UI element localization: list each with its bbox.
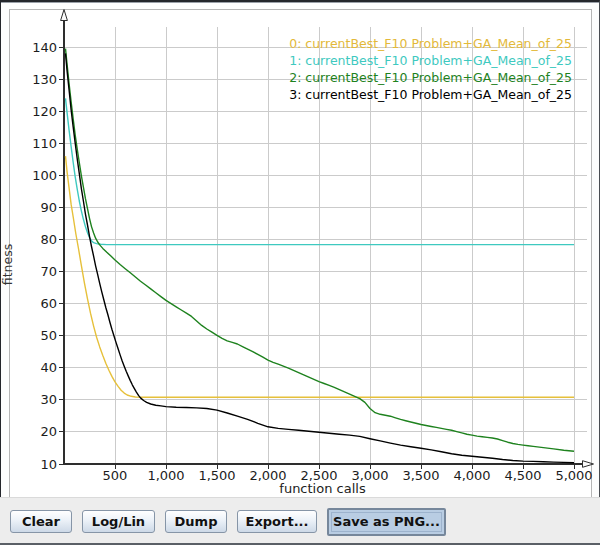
button-bar: ClearLog/LinDumpExport...Save as PNG... [0, 497, 600, 545]
chart-legend: 0: currentBest_F10 Problem+GA_Mean_of_25… [289, 35, 572, 103]
y-axis-label: fitness [0, 235, 15, 295]
x-axis-label: function calls [1, 481, 600, 496]
dump-button[interactable]: Dump [165, 510, 227, 533]
legend-entry-3: 3: currentBest_F10 Problem+GA_Mean_of_25 [289, 86, 572, 103]
legend-entry-2: 2: currentBest_F10 Problem+GA_Mean_of_25 [289, 69, 572, 86]
plot-window: 1020304050607080901001101201301405001,00… [0, 0, 600, 545]
export-button[interactable]: Export... [237, 510, 317, 533]
clear-button[interactable]: Clear [10, 510, 72, 533]
legend-entry-1: 1: currentBest_F10 Problem+GA_Mean_of_25 [289, 52, 572, 69]
legend-entry-0: 0: currentBest_F10 Problem+GA_Mean_of_25 [289, 35, 572, 52]
log-lin-button[interactable]: Log/Lin [82, 510, 155, 533]
save-as-png-button[interactable]: Save as PNG... [327, 508, 446, 536]
plot-region: 1020304050607080901001101201301405001,00… [0, 0, 600, 497]
